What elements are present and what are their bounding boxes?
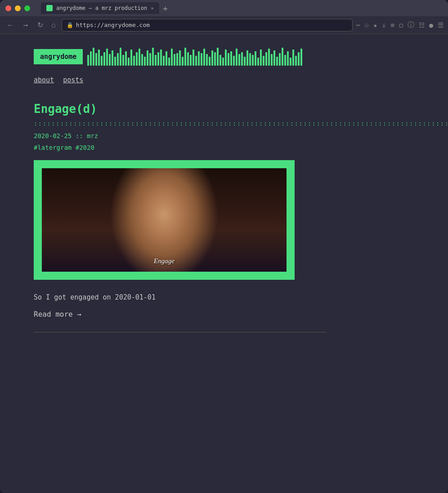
- maximize-button[interactable]: [24, 5, 30, 11]
- site-nav: about posts: [0, 74, 448, 93]
- title-bar: angrydome — a mrz production × +: [0, 0, 448, 16]
- nav-bar: ← → ↻ ⌂ 🔒 https://angrydome.com ⋯ ☉ ★ ⇓ …: [0, 16, 448, 34]
- post-meta: 2020-02-25 :: mrz: [34, 132, 371, 139]
- bookmark-icon[interactable]: ★: [373, 21, 377, 29]
- sync-icon[interactable]: ◻: [399, 21, 403, 29]
- browser-window: angrydome — a mrz production × + ← → ↻ ⌂…: [0, 0, 448, 493]
- lock-icon: 🔒: [67, 22, 73, 28]
- account-icon[interactable]: ●: [429, 21, 433, 29]
- read-more-link[interactable]: Read more →: [34, 310, 81, 318]
- new-tab-button[interactable]: +: [159, 4, 171, 13]
- header-bars: [87, 48, 414, 66]
- tab-favicon: [46, 5, 53, 11]
- minimize-button[interactable]: [15, 5, 21, 11]
- site-logo[interactable]: angrydome: [34, 49, 83, 64]
- active-tab[interactable]: angrydome — a mrz production ×: [41, 2, 159, 14]
- post-separator: [34, 332, 326, 332]
- image-face: [42, 168, 287, 272]
- tab-bar: angrydome — a mrz production × +: [41, 2, 443, 14]
- tab-close-button[interactable]: ×: [151, 5, 154, 11]
- post-title: Engage(d): [34, 102, 371, 116]
- grid-icon[interactable]: ☷: [419, 21, 425, 29]
- main-content: Engage(d) ::::::::::::::::::::::::::::::…: [0, 93, 405, 341]
- library-icon[interactable]: ≡: [390, 21, 394, 29]
- post-tags: #latergram #2020: [34, 144, 371, 151]
- post-image-wrapper: Engage: [34, 160, 295, 280]
- info-icon[interactable]: ⓘ: [408, 21, 414, 29]
- image-caption: Engage: [154, 257, 175, 265]
- site-header: angrydome: [0, 43, 448, 70]
- post-divider: ::::::::::::::::::::::::::::::::::::::::…: [34, 120, 371, 127]
- post-excerpt: So I got engaged on 2020-01-01: [34, 292, 371, 303]
- page-content: angrydome about posts Engage(d) ::::::::…: [0, 34, 448, 493]
- nav-about[interactable]: about: [34, 76, 54, 84]
- download-icon[interactable]: ⇓: [382, 21, 386, 29]
- more-options-icon[interactable]: ⋯: [356, 21, 360, 29]
- tab-title: angrydome — a mrz production: [56, 5, 147, 11]
- close-button[interactable]: [5, 5, 11, 11]
- nav-actions: ⋯ ☉ ★ ⇓ ≡ ◻ ⓘ ☷ ● ☰: [356, 21, 444, 29]
- home-button[interactable]: ⌂: [49, 20, 58, 30]
- url-display: https://angrydome.com: [76, 22, 150, 28]
- back-button[interactable]: ←: [4, 20, 16, 30]
- reload-button[interactable]: ↻: [35, 20, 45, 30]
- forward-button[interactable]: →: [20, 20, 31, 30]
- address-bar[interactable]: 🔒 https://angrydome.com: [62, 19, 353, 31]
- menu-icon[interactable]: ☰: [438, 21, 444, 29]
- nav-posts[interactable]: posts: [63, 76, 83, 84]
- shield-icon: ☉: [365, 21, 369, 29]
- post-image: Engage: [42, 168, 287, 272]
